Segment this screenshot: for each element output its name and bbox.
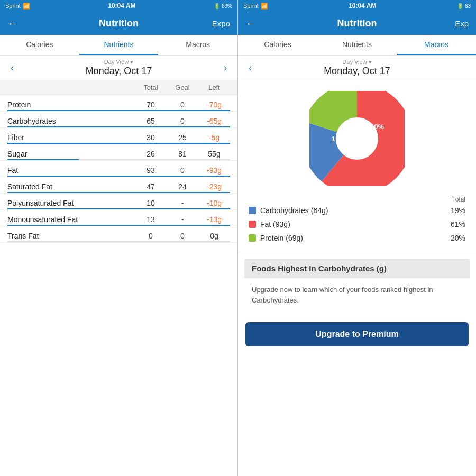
total-poly-fat: 10 [135,199,167,207]
day-nav-right: ‹ Day View ▾ Monday, Oct 17 › [238,56,476,80]
pie-svg: 19% 20% 61% [309,91,405,186]
export-button-left[interactable]: Expo [212,19,230,28]
carrier-left: Sprint [5,3,21,9]
progress-trans-fat [7,241,230,242]
foods-header: Foods Highest In Carbohydrates (g) [244,259,470,278]
total-protein: 70 [135,100,167,109]
status-bar-right: Sprint 📶 10:04 AM 🔋 63 [238,0,476,12]
col-left: Left [198,84,230,91]
col-goal: Goal [167,84,198,91]
protein-legend-label: Protein (69g) [260,234,444,242]
carbs-legend-label: Carbohydrates (64g) [260,206,444,215]
row-fat: Fat 93 0 -93g [0,161,237,177]
left-fiber: -5g [198,133,230,142]
time-left: 10:04 AM [108,2,135,10]
total-fat: 93 [135,166,167,175]
status-left-right: Sprint 📶 [243,3,268,10]
legend-carbs: Carbohydrates (64g) 19% [249,206,465,215]
total-carbs: 65 [135,117,167,125]
day-view-label-left[interactable]: Day View ▾ [86,59,152,66]
left-carbs: -65g [198,117,230,125]
total-fiber: 30 [135,133,167,142]
carrier-right: Sprint [243,3,259,9]
tab-calories-right[interactable]: Calories [238,35,317,55]
day-info-left: Day View ▾ Monday, Oct 17 [86,59,152,77]
back-button-right[interactable]: ← [245,17,256,30]
col-total: Total [135,84,167,91]
foods-body: Upgrade now to learn which of your foods… [244,278,470,312]
fat-color-swatch [249,221,256,228]
goal-poly-fat: - [167,199,198,207]
left-panel: Sprint 📶 10:04 AM 🔋 63% ← Nutrition Expo… [0,0,238,476]
carbs-legend-pct: 19% [444,206,465,215]
legend-fat: Fat (93g) 61% [249,220,465,228]
progress-sugar [7,159,230,160]
carbs-color-swatch [249,207,256,214]
header-right: ← Nutrition Exp [238,12,476,35]
left-sugar: 55g [198,150,230,158]
label-sugar: Sugar [7,150,135,158]
label-sat-fat: Saturated Fat [7,182,135,191]
tabs-left: Calories Nutrients Macros [0,35,237,56]
export-button-right[interactable]: Exp [455,19,469,28]
protein-legend-pct: 20% [444,234,465,242]
pie-section: 19% 20% 61% [238,80,476,191]
label-trans-fat: Trans Fat [7,232,135,240]
left-trans-fat: 0g [198,232,230,240]
prev-day-left[interactable]: ‹ [6,60,18,76]
left-poly-fat: -10g [198,199,230,207]
legend-header: Total [249,196,465,203]
row-fiber: Fiber 30 25 -5g [0,128,237,144]
goal-sugar: 81 [167,150,198,158]
page-title-left: Nutrition [99,18,139,29]
foods-section: Foods Highest In Carbohydrates (g) Upgra… [244,259,470,312]
goal-fat: 0 [167,166,198,175]
legend-protein: Protein (69g) 20% [249,234,465,242]
header-left: ← Nutrition Expo [0,12,237,35]
total-trans-fat: 0 [135,232,167,240]
goal-trans-fat: 0 [167,232,198,240]
next-day-left[interactable]: › [219,60,231,76]
tab-calories-left[interactable]: Calories [0,35,79,55]
row-mono-fat: Monounsaturated Fat 13 - -13g [0,210,237,226]
day-view-label-right[interactable]: Day View ▾ [324,59,390,66]
fat-legend-label: Fat (93g) [260,220,444,228]
goal-protein: 0 [167,100,198,109]
upgrade-button[interactable]: Upgrade to Premium [245,322,469,346]
label-fat: Fat [7,166,135,175]
label-fiber: Fiber [7,133,135,142]
progress-sat-fat [7,192,230,193]
tab-nutrients-left[interactable]: Nutrients [79,35,159,55]
total-sugar: 26 [135,150,167,158]
pie-label-fat: 61% [353,150,369,159]
battery-pct-left: 63% [222,3,232,9]
battery-icon-left: 🔋 [214,3,220,9]
left-mono-fat: -13g [198,215,230,224]
progress-mono-fat [7,225,230,226]
tab-nutrients-right[interactable]: Nutrients [317,35,397,55]
page-title-right: Nutrition [337,18,377,29]
label-poly-fat: Polyunsaturated Fat [7,199,135,207]
nutrients-table: Total Goal Left Protein 70 0 -70g Carboh… [0,80,237,476]
battery-icon-right: 🔋 [457,3,463,9]
goal-mono-fat: - [167,215,198,224]
total-mono-fat: 13 [135,215,167,224]
right-panel: Sprint 📶 10:04 AM 🔋 63 ← Nutrition Exp C… [238,0,476,476]
pie-chart: 19% 20% 61% [309,91,405,186]
day-info-right: Day View ▾ Monday, Oct 17 [324,59,390,77]
row-sugar: Sugar 26 81 55g [0,144,237,161]
status-left: Sprint 📶 [5,3,30,10]
row-carbs: Carbohydrates 65 0 -65g [0,112,237,128]
tabs-right: Calories Nutrients Macros [238,35,476,56]
progress-fiber [7,143,230,144]
progress-carbs [7,126,230,127]
time-right: 10:04 AM [349,2,376,10]
tab-macros-left[interactable]: Macros [158,35,237,55]
total-sat-fat: 47 [135,182,167,191]
progress-fat [7,176,230,177]
tab-macros-right[interactable]: Macros [397,35,476,55]
prev-day-right[interactable]: ‹ [244,60,256,76]
day-nav-left: ‹ Day View ▾ Monday, Oct 17 › [0,56,237,80]
back-button-left[interactable]: ← [7,17,18,30]
row-protein: Protein 70 0 -70g [0,95,237,112]
